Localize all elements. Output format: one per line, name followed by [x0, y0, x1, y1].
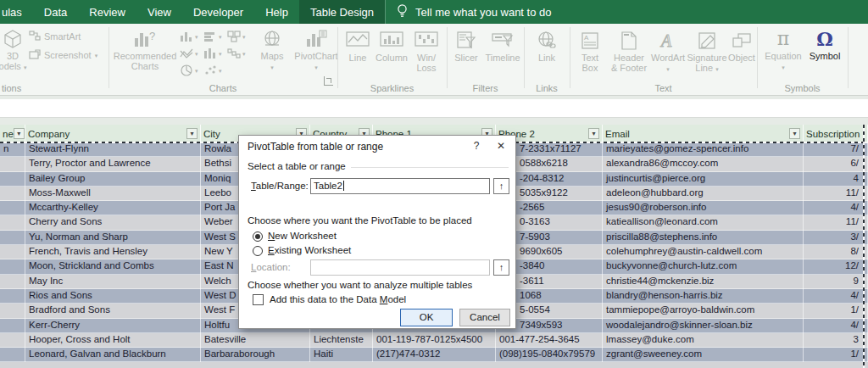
table-row[interactable]: Hooper, Cross and HoltBatesvilleLiechten… — [0, 333, 868, 348]
maps-button[interactable]: Maps ▾ — [254, 27, 290, 71]
filter-button[interactable]: ▾ — [186, 128, 198, 139]
cell-company[interactable]: Hooper, Cross and Holt — [25, 333, 201, 348]
cell-company[interactable]: French, Travis and Hensley — [25, 245, 201, 259]
cell-company[interactable]: Terry, Proctor and Lawrence — [25, 157, 201, 171]
column-header-subscription[interactable]: Subscription — [804, 125, 868, 142]
partial-row[interactable] — [0, 363, 868, 368]
cell-name[interactable] — [0, 187, 25, 201]
cell-email[interactable]: christie44@mckenzie.biz — [603, 275, 804, 289]
header-footer-button[interactable]: Header & Footer — [609, 29, 649, 73]
insert-scatter-chart-button[interactable]: ▾ — [203, 64, 222, 76]
cell-company[interactable]: Rios and Sons — [25, 289, 201, 304]
object-button[interactable]: Object — [727, 29, 756, 63]
cell-name[interactable] — [0, 348, 25, 362]
cell-company[interactable]: Cherry and Sons — [25, 215, 201, 230]
filter-button[interactable]: ▾ — [14, 128, 25, 139]
cell-phone1[interactable]: (217)474-0312 — [373, 348, 496, 362]
insert-waterfall-chart-button[interactable]: ▾ — [227, 47, 246, 59]
insert-bar-chart-button[interactable]: ▾ — [203, 31, 222, 42]
cell-phone2[interactable]: (098)195-0840x79579 — [496, 348, 603, 362]
wordart-button[interactable]: A WordArt ▾ — [651, 29, 685, 73]
slicer-button[interactable]: Slicer — [450, 29, 482, 63]
cell-email[interactable]: colehumphrey@austin-caldwell.com — [603, 245, 804, 259]
smartart-button[interactable]: SmartArt — [29, 31, 81, 42]
insert-statistic-chart-button[interactable]: ▾ — [203, 47, 222, 59]
close-icon[interactable]: ✕ — [493, 140, 509, 152]
cell-name[interactable] — [0, 172, 25, 187]
cell-email[interactable]: adeleon@hubbard.org — [603, 187, 804, 201]
cell-name[interactable] — [0, 289, 25, 304]
cell-subscription[interactable]: 3/ — [804, 231, 868, 245]
cell-name[interactable] — [0, 304, 25, 318]
cell-name[interactable]: n — [0, 142, 25, 157]
cell-phone2[interactable]: 001-477-254-3645 — [496, 333, 603, 348]
table-row[interactable]: Leonard, Galvan and BlackburnBarbaraboro… — [0, 348, 868, 362]
cell-subscription[interactable]: 6/ — [804, 157, 868, 171]
cell-subscription[interactable]: 9 — [804, 275, 868, 289]
tell-me-box[interactable]: Tell me what you want to do — [385, 0, 561, 24]
data-model-label[interactable]: Add this data to the Data Model — [270, 294, 406, 304]
signature-line-button[interactable]: Signature Line ▾ — [687, 29, 727, 73]
cell-subscription[interactable]: 8/ — [804, 245, 868, 259]
cell-company[interactable]: Moon, Strickland and Combs — [25, 259, 201, 274]
link-button[interactable]: Link — [531, 29, 563, 63]
3d-models-button[interactable]: 3D odels ▾ — [0, 27, 29, 71]
recommended-charts-button[interactable]: ? Recommended Charts — [112, 27, 178, 71]
tab-view[interactable]: View — [136, 0, 182, 24]
cell-name[interactable] — [0, 245, 25, 259]
column-header-email[interactable]: Email▾ — [603, 125, 804, 142]
cell-email[interactable]: jesus90@roberson.info — [603, 201, 804, 215]
tab-help[interactable]: Help — [254, 0, 299, 24]
tab-developer[interactable]: Developer — [182, 0, 254, 24]
tab-data[interactable]: Data — [33, 0, 78, 24]
insert-column-chart-button[interactable]: ▾ — [180, 31, 198, 42]
new-worksheet-label[interactable]: New Worksheet — [268, 231, 337, 241]
cell-email[interactable]: tammiepope@arroyo-baldwin.com — [603, 304, 804, 318]
insert-pie-chart-button[interactable]: ▾ — [180, 64, 198, 76]
cell-company[interactable]: Stewart-Flynn — [25, 142, 201, 157]
column-header-company[interactable]: Company▾ — [25, 125, 201, 142]
cell-email[interactable]: blandry@henson-harris.biz — [603, 289, 804, 304]
cell-company[interactable]: Mccarthy-Kelley — [25, 201, 201, 215]
cell-name[interactable] — [0, 231, 25, 245]
cell-subscription[interactable]: 11/ — [804, 215, 868, 230]
cell-subscription[interactable]: 1/ — [804, 304, 868, 318]
cell-subscription[interactable]: 12/ — [804, 259, 868, 274]
cell-subscription[interactable]: 4/ — [804, 201, 868, 215]
existing-worksheet-label[interactable]: Existing Worksheet — [268, 245, 351, 255]
cell-email[interactable]: katieallison@leonard.com — [603, 215, 804, 230]
cell-email[interactable]: woodalejandro@skinner-sloan.biz — [603, 319, 804, 333]
cell-name[interactable] — [0, 157, 25, 171]
cell-company[interactable]: May Inc — [25, 275, 201, 289]
filter-button[interactable]: ▾ — [789, 128, 800, 139]
radio-existing-worksheet[interactable] — [253, 246, 263, 256]
cell-subscription[interactable]: 1/ — [804, 348, 868, 362]
sparkline-column-button[interactable]: Column — [375, 29, 409, 63]
cell-email[interactable]: lmassey@duke.com — [603, 333, 804, 348]
cell-subscription[interactable]: 11/ — [804, 187, 868, 201]
cell-name[interactable] — [0, 319, 25, 333]
cell-name[interactable] — [0, 333, 25, 348]
data-model-checkbox[interactable] — [253, 294, 264, 305]
cell-email[interactable]: priscilla88@stephens.info — [603, 231, 804, 245]
pivotchart-button[interactable]: PivotChart ▾ — [292, 27, 341, 71]
cell-company[interactable]: Moss-Maxwell — [25, 187, 201, 201]
cell-subscription[interactable]: 4/ — [804, 289, 868, 304]
cancel-button[interactable]: Cancel — [459, 309, 510, 326]
cell-company[interactable]: Bailey Group — [25, 172, 201, 187]
cell-company[interactable]: Yu, Norman and Sharp — [25, 231, 201, 245]
timeline-button[interactable]: Timeline — [484, 29, 521, 63]
cell-country[interactable]: Liechtenste — [310, 333, 373, 348]
location-input[interactable] — [310, 259, 490, 276]
cell-company[interactable]: Kerr-Cherry — [25, 319, 201, 333]
equation-button[interactable]: π Equation ▾ — [762, 27, 804, 71]
cell-company[interactable]: Bradford and Sons — [25, 304, 201, 318]
cell-email[interactable]: buckyvonne@church-lutz.com — [603, 259, 804, 274]
table-range-input[interactable]: Table2 — [310, 178, 490, 194]
cell-email[interactable]: alexandra86@mccoy.com — [603, 157, 804, 171]
ok-button[interactable]: OK — [400, 309, 453, 326]
sparkline-line-button[interactable]: Line — [342, 29, 373, 63]
cell-name[interactable] — [0, 259, 25, 274]
insert-hierarchy-chart-button[interactable]: ▾ — [227, 31, 246, 42]
cell-email[interactable]: marieyates@gomez-spencer.info — [603, 142, 804, 157]
